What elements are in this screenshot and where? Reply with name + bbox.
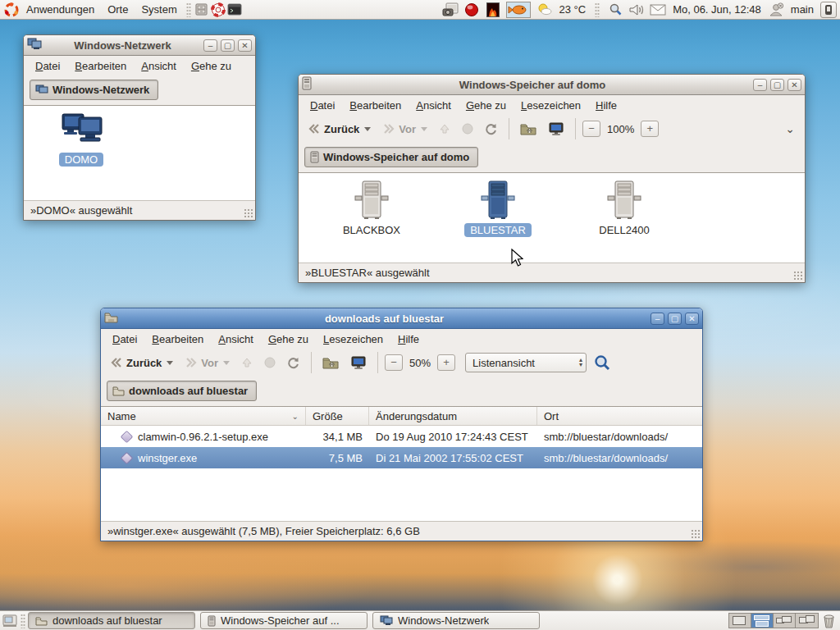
back-history-dropdown[interactable] bbox=[167, 361, 173, 365]
column-header-groesse[interactable]: Größe bbox=[306, 407, 369, 425]
titlebar[interactable]: downloads auf bluestar – ▢ ✕ bbox=[101, 308, 702, 329]
menu-datei[interactable]: Datei bbox=[29, 58, 66, 74]
menu-anwendungen[interactable]: Anwendungen bbox=[20, 2, 101, 17]
close-button[interactable]: ✕ bbox=[685, 313, 699, 325]
window-windows-speicher[interactable]: Windows-Speicher auf domo – ▢ ✕ Datei Be… bbox=[298, 74, 806, 283]
menu-datei[interactable]: Datei bbox=[106, 331, 144, 347]
maximize-button[interactable]: ▢ bbox=[221, 39, 235, 52]
workspace-1[interactable] bbox=[729, 614, 751, 628]
maximize-button[interactable]: ▢ bbox=[668, 313, 682, 325]
menu-system[interactable]: System bbox=[135, 2, 183, 17]
stop-button[interactable] bbox=[260, 354, 280, 371]
titlebar[interactable]: Windows-Netzwerk – ▢ ✕ bbox=[24, 35, 255, 56]
list-view-area[interactable]: Name ⌄ Größe Änderungsdatum Ort clamwin-… bbox=[101, 406, 702, 522]
menu-hilfe[interactable]: Hilfe bbox=[589, 98, 623, 113]
computer-button[interactable] bbox=[544, 120, 568, 139]
menu-bearbeiten[interactable]: Bearbeiten bbox=[68, 58, 133, 74]
menu-lesezeichen[interactable]: Lesezeichen bbox=[514, 98, 587, 113]
home-button[interactable] bbox=[318, 354, 343, 372]
icon-view-area[interactable]: BLACKBOX BLUESTAR bbox=[299, 172, 805, 263]
back-history-dropdown[interactable] bbox=[364, 127, 371, 131]
record-applet-icon[interactable] bbox=[463, 2, 480, 18]
back-button[interactable]: Zurück bbox=[106, 354, 177, 372]
fish-applet-icon[interactable] bbox=[506, 2, 531, 18]
menu-ansicht[interactable]: Ansicht bbox=[212, 331, 260, 347]
search-tracker-icon[interactable] bbox=[607, 2, 623, 18]
stop-button[interactable] bbox=[458, 121, 477, 137]
forward-history-dropdown[interactable] bbox=[421, 127, 427, 131]
breadcrumb-button[interactable]: Windows-Speicher auf domo bbox=[304, 147, 478, 167]
column-header-ort[interactable]: Ort bbox=[537, 407, 702, 425]
network-item-domo[interactable]: DOMO bbox=[24, 112, 139, 167]
menu-ansicht[interactable]: Ansicht bbox=[409, 98, 458, 113]
resize-grip[interactable] bbox=[691, 529, 701, 539]
username-label[interactable]: main bbox=[789, 3, 815, 16]
workspace-switcher[interactable] bbox=[728, 613, 819, 628]
titlebar[interactable]: Windows-Speicher auf domo – ▢ ✕ bbox=[299, 75, 805, 95]
workspace-3[interactable] bbox=[774, 614, 796, 628]
file-row-clamwin[interactable]: clamwin-0.96.2.1-setup.exe 34,1 MB Do 19… bbox=[101, 426, 702, 447]
minimize-button[interactable]: – bbox=[203, 39, 217, 52]
taskbar-button-speicher[interactable]: Windows-Speicher auf ... bbox=[200, 612, 368, 629]
toolbar-overflow-chevron[interactable]: ⌄ bbox=[780, 122, 800, 135]
resize-grip[interactable] bbox=[793, 271, 803, 281]
zoom-out-button[interactable]: − bbox=[582, 121, 600, 137]
resize-grip[interactable] bbox=[244, 208, 253, 218]
menu-lesezeichen[interactable]: Lesezeichen bbox=[317, 331, 390, 347]
close-button[interactable]: ✕ bbox=[788, 79, 801, 91]
close-button[interactable]: ✕ bbox=[238, 39, 252, 52]
back-button[interactable]: Zurück bbox=[304, 121, 375, 138]
menu-hilfe[interactable]: Hilfe bbox=[391, 331, 426, 347]
zoom-out-button[interactable]: − bbox=[385, 354, 403, 371]
reload-button[interactable] bbox=[283, 354, 304, 372]
file-row-winstger[interactable]: winstger.exe 7,5 MB Di 21 Mai 2002 17:55… bbox=[101, 447, 702, 468]
column-header-name[interactable]: Name ⌄ bbox=[101, 407, 306, 425]
trash-icon[interactable] bbox=[820, 613, 837, 629]
help-launcher-icon[interactable] bbox=[210, 2, 226, 18]
reload-button[interactable] bbox=[481, 121, 502, 138]
clock-label[interactable]: Mo, 06. Jun, 12:48 bbox=[671, 3, 763, 16]
workspace-2-current[interactable] bbox=[751, 614, 774, 628]
show-desktop-button[interactable] bbox=[2, 613, 18, 629]
zoom-in-button[interactable]: + bbox=[641, 121, 659, 137]
forward-history-dropdown[interactable] bbox=[223, 361, 230, 365]
menu-datei[interactable]: Datei bbox=[304, 98, 341, 113]
mail-notification-icon[interactable] bbox=[650, 2, 666, 18]
workspace-4[interactable] bbox=[796, 614, 818, 628]
server-item-dell2400[interactable]: DELL2400 bbox=[561, 180, 687, 237]
terminal-launcher-icon[interactable] bbox=[226, 2, 243, 18]
menu-bearbeiten[interactable]: Bearbeiten bbox=[145, 331, 210, 347]
search-button[interactable] bbox=[590, 352, 614, 373]
server-item-blackbox[interactable]: BLACKBOX bbox=[308, 180, 435, 237]
menu-ansicht[interactable]: Ansicht bbox=[135, 58, 183, 74]
icon-view-area[interactable]: DOMO bbox=[24, 105, 255, 201]
menu-orte[interactable]: Orte bbox=[101, 2, 135, 17]
forward-button[interactable]: Vor bbox=[180, 354, 234, 372]
view-mode-select[interactable]: Listenansicht ▴▾ bbox=[465, 353, 587, 372]
zoom-in-button[interactable]: + bbox=[437, 354, 455, 371]
system-monitor-flame-icon[interactable] bbox=[485, 2, 501, 18]
window-windows-netzwerk[interactable]: Windows-Netzwerk – ▢ ✕ Datei Bearbeiten … bbox=[23, 34, 256, 221]
maximize-button[interactable]: ▢ bbox=[770, 79, 784, 91]
taskbar-button-downloads[interactable]: downloads auf bluestar bbox=[28, 612, 195, 629]
breadcrumb-button[interactable]: downloads auf bluestar bbox=[107, 381, 257, 401]
session-indicator-button[interactable] bbox=[820, 2, 837, 18]
breadcrumb-button[interactable]: Windows-Netzwerk bbox=[30, 80, 158, 100]
minimize-button[interactable]: – bbox=[753, 79, 767, 91]
window-downloads[interactable]: downloads auf bluestar – ▢ ✕ Datei Bearb… bbox=[100, 308, 703, 541]
server-item-bluestar[interactable]: BLUESTAR bbox=[435, 180, 561, 237]
volume-icon[interactable] bbox=[628, 2, 645, 18]
temperature-label[interactable]: 23 °C bbox=[557, 3, 587, 16]
menu-gehezu[interactable]: Gehe zu bbox=[262, 331, 315, 347]
up-button[interactable] bbox=[435, 121, 454, 137]
up-button[interactable] bbox=[237, 354, 257, 371]
forward-button[interactable]: Vor bbox=[378, 121, 431, 138]
ubuntu-logo-icon[interactable] bbox=[3, 2, 20, 18]
minimize-button[interactable]: – bbox=[651, 313, 664, 325]
user-status-icon[interactable] bbox=[768, 2, 784, 18]
column-header-aenderungsdatum[interactable]: Änderungsdatum bbox=[369, 407, 537, 425]
home-button[interactable] bbox=[516, 120, 541, 138]
weather-applet-icon[interactable] bbox=[536, 2, 552, 18]
computer-button[interactable] bbox=[346, 354, 371, 372]
screenshot-applet-icon[interactable] bbox=[442, 2, 459, 18]
